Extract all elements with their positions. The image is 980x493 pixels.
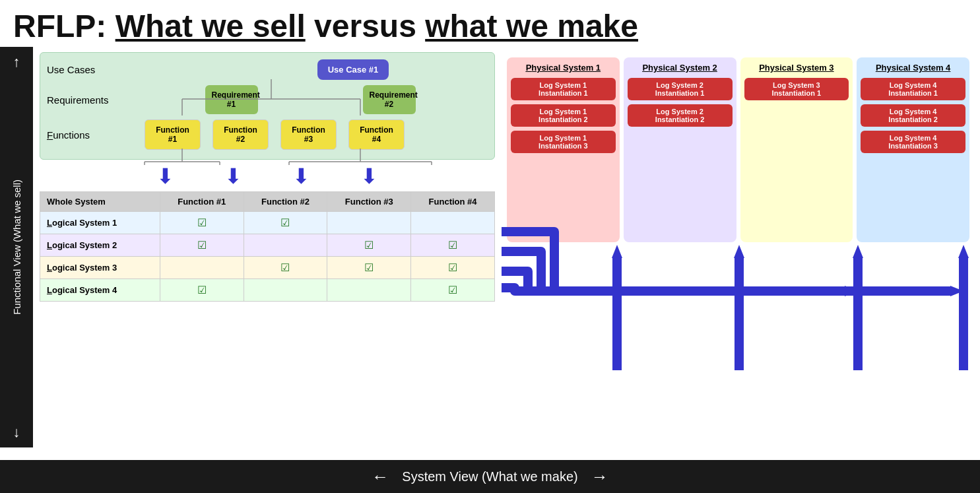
ls1-f1: ☑: [160, 212, 244, 234]
phys2-title: Physical System 2: [628, 63, 733, 73]
functional-view-label: Functional View (What we sell): [11, 180, 22, 315]
page-title: RFLP: What we sell versus what we make: [0, 0, 980, 47]
bottom-bar: ← System View (What we make) →: [0, 460, 980, 493]
phys4-log2: Log System 4Instantiation 2: [861, 104, 965, 127]
ls1-f2: ☑: [244, 212, 327, 234]
ls2-f3: ☑: [327, 234, 411, 257]
ls2-f4: ☑: [411, 234, 495, 257]
func4-node: Function #4: [348, 119, 405, 150]
requirements-label: Requirements: [47, 94, 133, 106]
bottom-arrow-left: ←: [372, 467, 389, 487]
table-row-ls4: Logical System 4 ☑ ☑: [40, 279, 495, 302]
physical-system-4: Physical System 4 Log System 4Instantiat…: [857, 57, 969, 242]
phys2-log2: Log System 2Instantiation 2: [628, 104, 733, 127]
physical-system-1: Physical System 1 Log System 1Instantiat…: [507, 57, 620, 242]
phys4-title: Physical System 4: [861, 63, 965, 73]
table-row-ls1: Logical System 1 ☑ ☑: [40, 212, 495, 234]
phys1-log2: Log System 1Instantiation 2: [511, 104, 616, 127]
ls4-f1: ☑: [160, 279, 244, 302]
ls4-f2: [244, 279, 327, 302]
svg-marker-12: [617, 286, 630, 296]
down-arrow-1: ⬇: [137, 164, 193, 189]
function-nodes: Function #1 Function #2 Function #3 Func…: [145, 119, 405, 150]
svg-marker-13: [739, 286, 752, 296]
physical-system-2: Physical System 2 Log System 2Instantiat…: [624, 57, 736, 242]
ws-func1: Function #1: [160, 192, 244, 212]
whole-system-label: Whole System: [40, 192, 160, 212]
left-functional-panel: Use Cases Use Case #1: [33, 47, 502, 447]
ws-func3: Function #3: [327, 192, 411, 212]
ls4-f3: [327, 279, 411, 302]
down-arrow-2: ⬇: [205, 164, 261, 189]
func2-node: Function #2: [212, 119, 269, 150]
title-part1: What we sell: [115, 9, 306, 44]
arrow-down-icon: ↓: [13, 424, 20, 441]
svg-marker-14: [845, 286, 858, 296]
table-row-ls3: Logical System 3 ☑ ☑ ☑: [40, 257, 495, 279]
ws-func2: Function #2: [244, 192, 327, 212]
physical-system-3: Physical System 3 Log System 3Instantiat…: [740, 57, 853, 242]
phys3-title: Physical System 3: [744, 63, 849, 73]
title-part2: what we make: [425, 9, 638, 44]
ls3-label: Logical System 3: [40, 257, 160, 279]
title-prefix: RFLP:: [13, 9, 115, 44]
arrow-up-icon: ↑: [13, 53, 20, 71]
phys4-log3: Log System 4Instantiation 3: [861, 131, 965, 153]
func1-node: Function #1: [145, 119, 201, 150]
ls2-label: Logical System 2: [40, 234, 160, 257]
phys4-log1: Log System 4Instantiation 1: [861, 78, 965, 100]
upward-arrows-svg: [502, 238, 980, 370]
title-middle: versus: [306, 9, 425, 44]
ls3-f1: [160, 257, 244, 279]
left-sidebar: ↑ Functional View (What we sell) ↓: [0, 47, 33, 447]
hierarchy-diagram: Use Cases Use Case #1: [40, 52, 495, 160]
table-row-ls2: Logical System 2 ☑ ☑ ☑: [40, 234, 495, 257]
down-arrow-3: ⬇: [273, 164, 329, 189]
use-case-node: Use Case #1: [317, 59, 389, 80]
physical-systems-grid: Physical System 1 Log System 1Instantiat…: [502, 52, 975, 247]
ls4-label: Logical System 4: [40, 279, 160, 302]
req1-node: Requirement #1: [205, 85, 258, 114]
ls2-f1: ☑: [160, 234, 244, 257]
functions-label: Functions: [47, 129, 133, 141]
bottom-arrow-right: →: [591, 467, 608, 487]
ls4-f4: ☑: [411, 279, 495, 302]
phys1-log3: Log System 1Instantiation 3: [511, 131, 616, 153]
ws-func4: Function #4: [411, 192, 495, 212]
ls3-f3: ☑: [327, 257, 411, 279]
right-physical-panel: Physical System 1 Log System 1Instantiat…: [502, 47, 980, 447]
ls3-f4: ☑: [411, 257, 495, 279]
system-view-label: System View (What we make): [402, 469, 577, 484]
ls1-label: Logical System 1: [40, 212, 160, 234]
ls2-f2: [244, 234, 327, 257]
down-arrow-4: ⬇: [341, 164, 397, 189]
svg-marker-15: [950, 286, 964, 296]
phys3-log1: Log System 3Instantiation 1: [744, 78, 849, 100]
req2-node: Requirement #2: [363, 85, 416, 114]
ls1-f4: [411, 212, 495, 234]
use-cases-label: Use Cases: [47, 64, 133, 75]
down-arrows: ⬇ ⬇ ⬇ ⬇: [137, 164, 495, 189]
ls3-f2: ☑: [244, 257, 327, 279]
ls1-f3: [327, 212, 411, 234]
phys1-title: Physical System 1: [511, 63, 616, 73]
func3-node: Function #3: [280, 119, 337, 150]
main-content: ↑ Functional View (What we sell) ↓ Use C…: [0, 47, 980, 447]
allocation-table: Whole System Function #1 Function #2 Fun…: [40, 191, 495, 302]
phys1-log1: Log System 1Instantiation 1: [511, 78, 616, 100]
phys2-log1: Log System 2Instantiation 1: [628, 78, 733, 100]
